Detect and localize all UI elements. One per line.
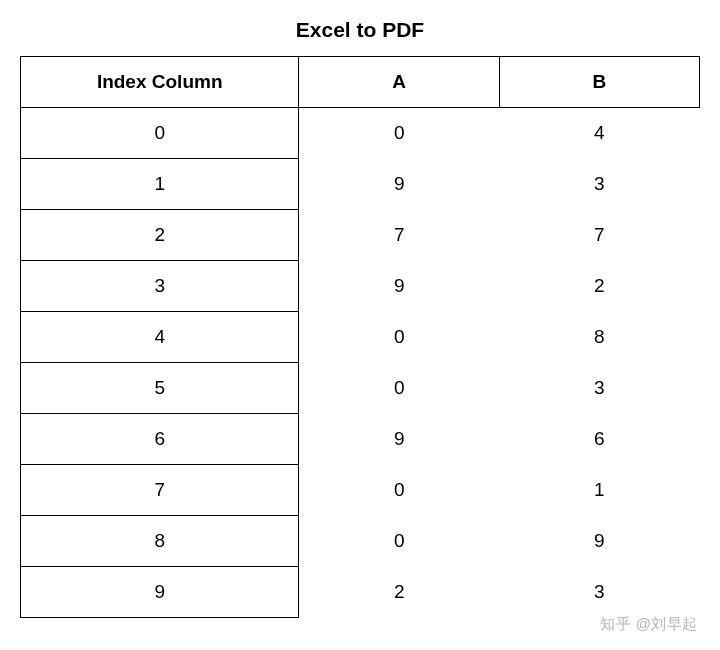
cell-b: 4 (499, 108, 699, 159)
cell-a: 9 (299, 159, 499, 210)
cell-b: 1 (499, 465, 699, 516)
page-title: Excel to PDF (20, 18, 700, 42)
cell-a: 0 (299, 465, 499, 516)
table-row: 0 0 4 (21, 108, 700, 159)
cell-b: 3 (499, 159, 699, 210)
cell-a: 7 (299, 210, 499, 261)
header-row: Index Column A B (21, 57, 700, 108)
cell-b: 2 (499, 261, 699, 312)
cell-a: 0 (299, 363, 499, 414)
table-row: 7 0 1 (21, 465, 700, 516)
table-row: 8 0 9 (21, 516, 700, 567)
cell-b: 7 (499, 210, 699, 261)
cell-a: 0 (299, 108, 499, 159)
cell-index: 0 (21, 108, 299, 159)
cell-index: 3 (21, 261, 299, 312)
cell-b: 6 (499, 414, 699, 465)
cell-index: 5 (21, 363, 299, 414)
cell-b: 3 (499, 567, 699, 618)
cell-a: 2 (299, 567, 499, 618)
table-row: 4 0 8 (21, 312, 700, 363)
cell-index: 8 (21, 516, 299, 567)
header-index: Index Column (21, 57, 299, 108)
cell-a: 0 (299, 312, 499, 363)
cell-index: 2 (21, 210, 299, 261)
header-b: B (499, 57, 699, 108)
table-row: 9 2 3 (21, 567, 700, 618)
header-a: A (299, 57, 499, 108)
table-row: 5 0 3 (21, 363, 700, 414)
cell-index: 7 (21, 465, 299, 516)
cell-b: 9 (499, 516, 699, 567)
table-row: 1 9 3 (21, 159, 700, 210)
table-row: 2 7 7 (21, 210, 700, 261)
cell-a: 9 (299, 261, 499, 312)
cell-b: 3 (499, 363, 699, 414)
table-row: 3 9 2 (21, 261, 700, 312)
table-row: 6 9 6 (21, 414, 700, 465)
cell-a: 0 (299, 516, 499, 567)
cell-index: 1 (21, 159, 299, 210)
cell-a: 9 (299, 414, 499, 465)
cell-b: 8 (499, 312, 699, 363)
data-table: Index Column A B 0 0 4 1 9 3 2 7 7 3 9 2… (20, 56, 700, 618)
cell-index: 6 (21, 414, 299, 465)
cell-index: 9 (21, 567, 299, 618)
cell-index: 4 (21, 312, 299, 363)
